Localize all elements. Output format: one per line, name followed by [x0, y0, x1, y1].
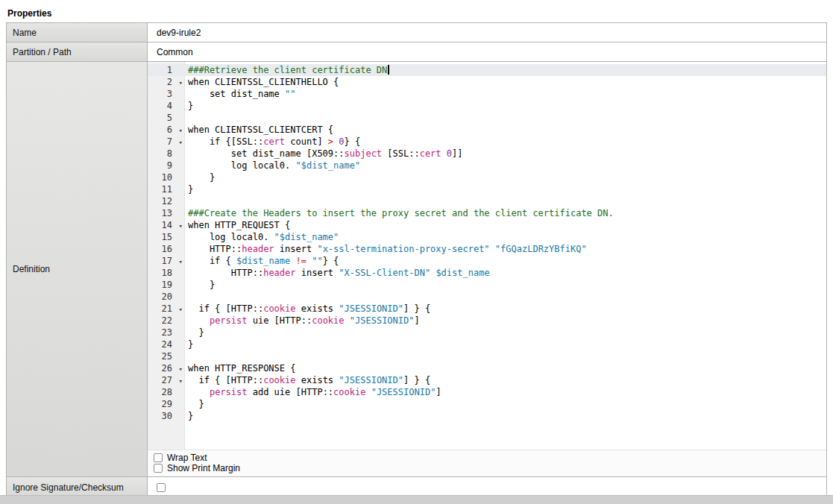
- editor-options: Wrap Text Show Print Margin: [148, 450, 826, 476]
- code-line[interactable]: 26▾when HTTP_RESPONSE {: [148, 362, 826, 374]
- line-number: 2▾: [148, 76, 185, 88]
- row-definition: Definition 1###Retrieve the client certi…: [7, 62, 826, 477]
- code-line[interactable]: 11}: [148, 183, 826, 195]
- code-line[interactable]: 8 set dist_name [X509::subject [SSL::cer…: [148, 148, 826, 160]
- line-number: 29: [148, 398, 185, 410]
- code-text: }: [185, 171, 215, 183]
- fold-arrow-icon[interactable]: ▾: [179, 363, 183, 375]
- code-text: }: [185, 338, 193, 350]
- fold-arrow-icon[interactable]: ▾: [179, 125, 183, 136]
- ignore-signature-checkbox[interactable]: [157, 483, 166, 492]
- wrap-text-checkbox[interactable]: [154, 453, 163, 462]
- line-number: 7▾: [148, 136, 185, 148]
- code-line[interactable]: 15 log local0. "$dist_name": [148, 231, 826, 243]
- code-text: set dist_name [X509::subject [SSL::cert …: [185, 148, 463, 160]
- code-text: ###Retrieve the client certificate DN: [185, 64, 389, 76]
- code-line[interactable]: 12: [148, 195, 826, 207]
- code-text: if {[SSL::cert count] > 0} {: [185, 136, 360, 148]
- code-line[interactable]: 16 HTTP::header insert "x-ssl-terminatio…: [148, 243, 826, 255]
- code-line[interactable]: 13###Create the Headers to insert the pr…: [148, 207, 826, 219]
- code-text: }: [185, 398, 204, 410]
- code-line[interactable]: 5: [148, 112, 826, 124]
- code-line[interactable]: 1###Retrieve the client certificate DN: [148, 64, 826, 76]
- show-print-margin-label: Show Print Margin: [167, 463, 240, 473]
- footer-bar: [0, 495, 833, 504]
- line-number: 1: [148, 64, 185, 76]
- line-number: 5: [148, 112, 185, 124]
- code-text: set dist_name "": [185, 88, 296, 100]
- fold-arrow-icon[interactable]: ▾: [179, 220, 183, 232]
- code-text: }: [185, 183, 193, 195]
- code-line[interactable]: 14▾when HTTP_REQUEST {: [148, 219, 826, 231]
- fold-arrow-icon[interactable]: ▾: [179, 256, 183, 268]
- code-line[interactable]: 19 }: [148, 279, 826, 291]
- code-text: }: [185, 410, 193, 422]
- code-editor[interactable]: 1###Retrieve the client certificate DN2▾…: [148, 62, 826, 450]
- row-partition: Partition / Path Common: [7, 42, 826, 62]
- code-text: log local0. "$dist_name": [185, 160, 360, 171]
- wrap-text-label: Wrap Text: [167, 453, 207, 463]
- code-text: when CLIENTSSL_CLIENTCERT {: [185, 124, 333, 136]
- code-line[interactable]: 21▾ if { [HTTP::cookie exists "JSESSIONI…: [148, 303, 826, 315]
- code-text: }: [185, 279, 215, 291]
- text-cursor: [388, 65, 389, 75]
- code-line[interactable]: 27▾ if { [HTTP::cookie exists "JSESSIONI…: [148, 374, 826, 386]
- line-number: 9: [148, 160, 185, 171]
- code-line[interactable]: 7▾ if {[SSL::cert count] > 0} {: [148, 136, 826, 148]
- fold-arrow-icon[interactable]: ▾: [179, 136, 183, 148]
- line-number: 16: [148, 243, 185, 255]
- code-text: [185, 350, 188, 362]
- code-text: persist add uie [HTTP::cookie "JSESSIONI…: [185, 386, 441, 398]
- code-line[interactable]: 29 }: [148, 398, 826, 410]
- code-line[interactable]: 4}: [148, 100, 826, 112]
- line-number: 26▾: [148, 362, 185, 374]
- editor-lines: 1###Retrieve the client certificate DN2▾…: [148, 62, 826, 422]
- fold-arrow-icon[interactable]: ▾: [179, 77, 183, 89]
- line-number: 13: [148, 207, 185, 219]
- show-print-margin-checkbox[interactable]: [154, 464, 163, 473]
- name-value: dev9-irule2: [148, 23, 826, 42]
- line-number: 25: [148, 350, 185, 362]
- code-line[interactable]: 2▾when CLIENTSSL_CLIENTHELLO {: [148, 76, 826, 88]
- code-line[interactable]: 25: [148, 350, 826, 362]
- fold-arrow-icon[interactable]: ▾: [179, 375, 183, 387]
- line-number: 18: [148, 267, 185, 279]
- definition-label: Definition: [7, 62, 148, 476]
- page-title: Properties: [6, 6, 827, 22]
- code-text: when HTTP_RESPONSE {: [185, 362, 296, 374]
- line-number: 24: [148, 338, 185, 350]
- code-text: when CLIENTSSL_CLIENTHELLO {: [185, 76, 339, 88]
- code-line[interactable]: 10 }: [148, 171, 826, 183]
- show-print-margin-option: Show Print Margin: [154, 463, 820, 473]
- line-number: 22: [148, 315, 185, 327]
- line-number: 30: [148, 410, 185, 422]
- code-line[interactable]: 17▾ if { $dist_name != ""} {: [148, 255, 826, 267]
- code-line[interactable]: 6▾when CLIENTSSL_CLIENTCERT {: [148, 124, 826, 136]
- line-number: 27▾: [148, 374, 185, 386]
- line-number: 11: [148, 183, 185, 195]
- line-number: 28: [148, 386, 185, 398]
- code-line[interactable]: 30}: [148, 410, 826, 422]
- line-number: 21▾: [148, 303, 185, 315]
- row-name: Name dev9-irule2: [7, 23, 826, 42]
- partition-label: Partition / Path: [7, 42, 148, 61]
- code-text: }: [185, 100, 193, 112]
- line-number: 4: [148, 100, 185, 112]
- code-line[interactable]: 22 persist uie [HTTP::cookie "JSESSIONID…: [148, 315, 826, 327]
- code-line[interactable]: 23 }: [148, 327, 826, 338]
- code-text: [185, 291, 188, 303]
- code-line[interactable]: 20: [148, 291, 826, 303]
- code-text: ###Create the Headers to insert the prox…: [185, 207, 614, 219]
- code-line[interactable]: 28 persist add uie [HTTP::cookie "JSESSI…: [148, 386, 826, 398]
- line-number: 12: [148, 195, 185, 207]
- line-number: 6▾: [148, 124, 185, 136]
- code-line[interactable]: 3 set dist_name "": [148, 88, 826, 100]
- code-line[interactable]: 24}: [148, 338, 826, 350]
- code-line[interactable]: 9 log local0. "$dist_name": [148, 160, 826, 171]
- code-text: HTTP::header insert "X-SSL-Client-DN" $d…: [185, 267, 490, 279]
- line-number: 23: [148, 327, 185, 338]
- fold-arrow-icon[interactable]: ▾: [179, 303, 183, 315]
- line-number: 15: [148, 231, 185, 243]
- code-line[interactable]: 18 HTTP::header insert "X-SSL-Client-DN"…: [148, 267, 826, 279]
- line-number: 17▾: [148, 255, 185, 267]
